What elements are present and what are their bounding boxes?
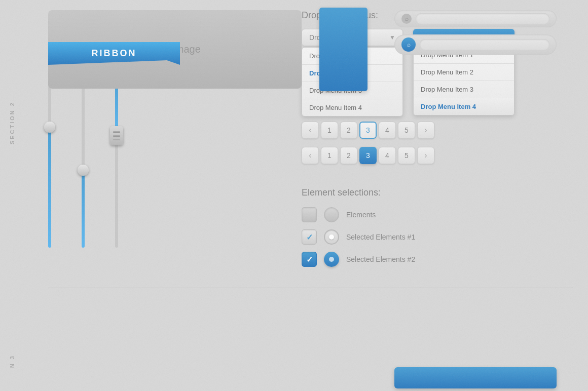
selections-section: Element selections: Elements ✓ Selected … xyxy=(302,187,415,274)
v-slider-track-2[interactable] xyxy=(82,75,85,248)
checkbox-3[interactable]: ✓ xyxy=(302,252,317,267)
radio-ring-inner-2 xyxy=(329,234,334,240)
radio-1[interactable] xyxy=(324,207,339,222)
selection-row-2: ✓ Selected Elements #1 xyxy=(302,229,415,245)
blue-button-wide[interactable] xyxy=(394,367,557,388)
selection-row-1: Elements xyxy=(302,207,415,222)
pagination-section: ‹ 1 2 3 4 5 › ‹ 1 2 3 4 5 › xyxy=(302,122,434,172)
pagination-row-2: ‹ 1 2 3 4 5 › xyxy=(302,147,434,164)
v-slider-1 xyxy=(48,70,51,253)
page-btn-1-4[interactable]: 4 xyxy=(379,122,396,139)
selection-label-2: Selected Elements #1 xyxy=(346,233,415,241)
page-next-2[interactable]: › xyxy=(417,147,434,164)
search-bar-1[interactable]: ⌕ xyxy=(394,10,557,27)
selection-label-1: Elements xyxy=(346,211,376,219)
page-btn-1-2[interactable]: 2 xyxy=(340,122,357,139)
checkbox-2[interactable]: ✓ xyxy=(302,229,317,245)
search-icon-2: ⌕ xyxy=(401,37,416,52)
search-symbol-1: ⌕ xyxy=(405,15,409,22)
vertical-sliders-row xyxy=(48,70,281,253)
v-slider-thumb-2[interactable] xyxy=(78,165,89,176)
dropdown-right-item-2[interactable]: Drop Menu Item 2 xyxy=(414,64,514,81)
search-icon-1: ⌕ xyxy=(401,14,412,24)
v-slider-3 xyxy=(115,70,118,253)
selection-label-3: Selected Elements #2 xyxy=(346,255,415,263)
v-slider-track-3[interactable] xyxy=(115,75,118,248)
search-bar-2[interactable]: ⌕ xyxy=(394,34,557,55)
search-symbol-2: ⌕ xyxy=(407,41,411,48)
page-btn-2-2[interactable]: 2 xyxy=(340,147,357,164)
search-input-2[interactable] xyxy=(420,39,549,50)
page-btn-2-1[interactable]: 1 xyxy=(321,147,338,164)
v-slider-thumb-1[interactable] xyxy=(44,122,55,133)
search-input-1[interactable] xyxy=(416,13,549,24)
checkmark-3: ✓ xyxy=(306,255,313,264)
page-prev-1[interactable]: ‹ xyxy=(302,122,319,139)
selection-row-3: ✓ Selected Elements #2 xyxy=(302,252,415,267)
pagination-row-1: ‹ 1 2 3 4 5 › xyxy=(302,122,434,139)
page-btn-1-5[interactable]: 5 xyxy=(398,122,415,139)
checkmark-2: ✓ xyxy=(306,232,313,242)
section-divider xyxy=(48,288,573,288)
section3-label: N 3 xyxy=(9,355,15,368)
search-section: ⌕ ⌕ xyxy=(394,10,572,62)
dropdown-left-item-4[interactable]: Drop Menu Item 4 xyxy=(302,99,402,116)
v-slider-2 xyxy=(82,70,85,253)
radio-2[interactable] xyxy=(324,229,339,245)
page-btn-2-5[interactable]: 5 xyxy=(398,147,415,164)
page-btn-2-4[interactable]: 4 xyxy=(379,147,396,164)
selections-title: Element selections: xyxy=(302,187,415,198)
page-btn-1-3[interactable]: 3 xyxy=(359,122,377,139)
blue-rectangle xyxy=(319,8,368,91)
dropdown-right-item-3[interactable]: Drop Menu Item 3 xyxy=(414,81,514,98)
page-btn-1-1[interactable]: 1 xyxy=(321,122,338,139)
checkbox-1[interactable] xyxy=(302,207,317,222)
page-next-1[interactable]: › xyxy=(417,122,434,139)
radio-3[interactable] xyxy=(324,252,339,267)
page-prev-2[interactable]: ‹ xyxy=(302,147,319,164)
v-slider-thumb-3-fancy[interactable] xyxy=(110,126,123,145)
v-slider-track-1[interactable] xyxy=(48,75,51,248)
radio-filled-inner-3 xyxy=(329,257,334,262)
page-btn-2-3[interactable]: 3 xyxy=(359,147,377,164)
dropdown-right-item-4[interactable]: Drop Menu Item 4 xyxy=(414,98,514,115)
section2-label: SECTION 2 xyxy=(9,101,15,144)
